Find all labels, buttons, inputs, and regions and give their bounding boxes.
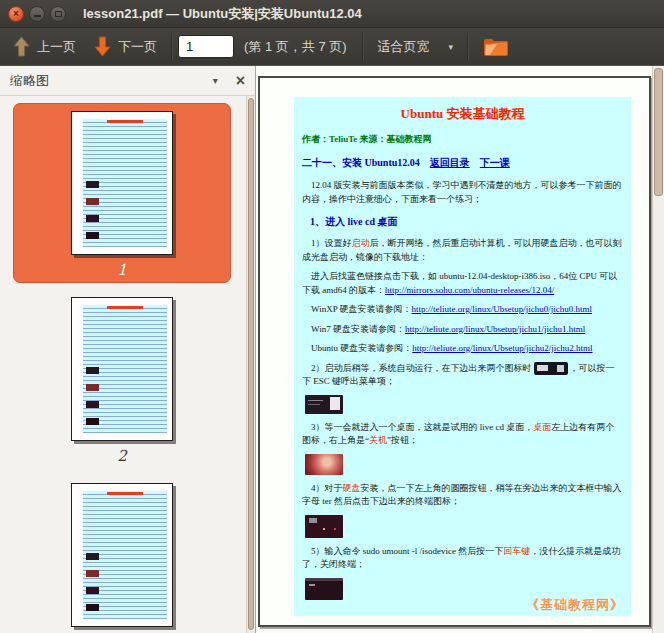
- vertical-scrollbar-thumb[interactable]: [654, 68, 663, 196]
- document-viewer: Ubuntu 安装基础教程作者：TeliuTe 来源：基础教程网二十一、安装 U…: [256, 66, 664, 633]
- toolbar: 上一页 下一页 (第 1 页，共 7 页) 适合页宽 ▾: [0, 28, 664, 66]
- thumbnail-page-number: 2: [117, 447, 127, 465]
- toolbar-separator: [467, 33, 469, 60]
- doc-para: WinXP 硬盘安装请参阅：http://teliute.org/linux/U…: [302, 303, 623, 317]
- thumbnail-preview: [83, 119, 167, 247]
- maximize-button[interactable]: [50, 6, 66, 22]
- closed-terminal-screenshot: [305, 578, 343, 600]
- thumbnail-preview-images: [86, 553, 99, 560]
- doc-text: Win7 硬盘安装请参阅：: [302, 324, 405, 334]
- sidebar-scrollbar[interactable]: [246, 96, 255, 633]
- doc-para: Win7 硬盘安装请参阅：http://teliute.org/linux/Ub…: [302, 323, 623, 337]
- previous-page-button[interactable]: 上一页: [4, 31, 85, 62]
- boot-icons-image: [534, 362, 568, 375]
- doc-para: Ubuntu 硬盘安装请参阅：http://teliute.org/linux/…: [302, 342, 623, 356]
- down-arrow-icon: [94, 36, 111, 57]
- doc-text: 1）设置好: [302, 238, 352, 248]
- next-page-label: 下一页: [118, 38, 157, 56]
- open-file-button[interactable]: [474, 31, 518, 62]
- doc-link[interactable]: 返回目录: [430, 157, 470, 168]
- doc-text: 二十一、安装 Ubuntu12.04: [302, 157, 420, 168]
- sidebar-header: 缩略图 ▾ ×: [0, 66, 255, 96]
- doc-text: 回车键: [503, 546, 530, 556]
- main-area: 缩略图 ▾ × 123 Ubuntu 安装基础教程作者：TeliuTe 来源：基…: [0, 66, 664, 633]
- page-content: Ubuntu 安装基础教程作者：TeliuTe 来源：基础教程网二十一、安装 U…: [294, 97, 631, 616]
- thumbnail-page-2[interactable]: 2: [13, 289, 231, 469]
- doc-para: 2）启动后稍等，系统自动运行，在下边出来两个图标时，可以按一下 ESC 键呼出菜…: [302, 362, 623, 389]
- vertical-scrollbar[interactable]: [652, 66, 664, 633]
- previous-page-label: 上一页: [37, 38, 76, 56]
- doc-text: 关机: [369, 435, 387, 445]
- thumbnail-preview: [83, 305, 167, 433]
- thumbnail-page-3[interactable]: 3: [13, 475, 231, 633]
- minimize-icon: [34, 15, 41, 17]
- doc-text: ”按钮；: [387, 435, 418, 445]
- folder-icon: [483, 36, 509, 57]
- minimize-button[interactable]: [29, 6, 45, 22]
- doc-text: [470, 157, 480, 168]
- boot-menu-screenshot: [305, 395, 343, 414]
- sidebar-scrollbar-thumb[interactable]: [248, 98, 254, 630]
- thumbnail-preview-images: [86, 181, 99, 188]
- page-count-status: (第 1 页，共 7 页): [244, 38, 347, 56]
- doc-para: 3）等一会就进入一个桌面，这就是试用的 live cd 桌面，桌面左上边有有两个…: [302, 421, 623, 448]
- thumbnails-sidebar: 缩略图 ▾ × 123: [0, 66, 256, 633]
- sidebar-dropdown-icon[interactable]: ▾: [213, 75, 218, 86]
- pdf-page: Ubuntu 安装基础教程作者：TeliuTe 来源：基础教程网二十一、安装 U…: [258, 76, 651, 627]
- thumbnail-image[interactable]: [71, 483, 173, 627]
- doc-link[interactable]: http://teliute.org/linux/Ubsetup/jichu2/…: [412, 343, 592, 353]
- toolbar-separator: [171, 33, 173, 60]
- chevron-down-icon: ▾: [449, 42, 454, 52]
- doc-section: 二十一、安装 Ubuntu12.04 返回目录 下一课: [302, 155, 623, 170]
- doc-text: 3）等一会就进入一个桌面，这就是试用的 live cd 桌面，: [302, 422, 533, 432]
- page-number-input[interactable]: [178, 35, 234, 58]
- zoom-mode-select[interactable]: 适合页宽 ▾: [369, 33, 463, 61]
- doc-para: 5）输入命令 sudo umount -l /isodevice 然后按一下回车…: [302, 545, 623, 572]
- thumbnail-image[interactable]: [71, 297, 173, 441]
- sidebar-title[interactable]: 缩略图: [10, 72, 49, 90]
- doc-para: 进入后找蓝色链接点击下载，如 ubuntu-12.04-desktop-i386…: [302, 270, 623, 297]
- doc-link[interactable]: 下一课: [480, 157, 510, 168]
- doc-title: Ubuntu 安装基础教程: [302, 104, 623, 124]
- doc-text: 启动: [352, 238, 370, 248]
- close-icon: ×: [13, 9, 19, 19]
- window-title: lesson21.pdf — Ubuntu安装|安装Ubuntu12.04: [83, 5, 362, 23]
- doc-para: 12.04 版安装与前面版本类似，学习中遇到不清楚的地方，可以参考一下前面的内容…: [302, 179, 623, 206]
- doc-text: 4）对于: [302, 483, 343, 493]
- doc-text: WinXP 硬盘安装请参阅：: [302, 304, 412, 314]
- thumbnail-preview-images: [86, 367, 99, 374]
- doc-text: 5）输入命令 sudo umount -l /isodevice 然后按一下: [302, 546, 503, 556]
- thumbnail-list: 123: [0, 96, 255, 633]
- thumbnail-page-number: 1: [117, 261, 127, 279]
- toolbar-separator: [362, 33, 364, 60]
- doc-link[interactable]: http://teliute.org/linux/Ubsetup/jichu0/…: [412, 304, 592, 314]
- doc-subhead: 1、进入 live cd 桌面: [302, 214, 623, 229]
- site-watermark: 《基础教程网》: [526, 595, 624, 615]
- doc-text: 桌面: [533, 422, 551, 432]
- doc-para: 4）对于硬盘安装，点一下左上角的圆圈按钮，稍等在旁边出来的文本框中输入字母 te…: [302, 482, 623, 509]
- doc-link[interactable]: http://mirrors.sohu.com/ubuntu-releases/…: [385, 285, 554, 295]
- doc-text: Ubuntu 硬盘安装请参阅：: [302, 343, 412, 353]
- thumbnail-preview: [83, 491, 167, 619]
- sidebar-close-icon[interactable]: ×: [236, 73, 245, 89]
- close-button[interactable]: ×: [8, 6, 24, 22]
- thumbnail-image[interactable]: [71, 111, 173, 255]
- doc-byline: 作者：TeliuTe 来源：基础教程网: [302, 133, 623, 147]
- maximize-icon: [55, 11, 62, 17]
- thumbnail-page-1[interactable]: 1: [13, 103, 231, 283]
- terminal-screenshot: [305, 515, 343, 538]
- doc-text: 12.04 版安装与前面版本类似，学习中遇到不清楚的地方，可以参考一下前面的内容…: [302, 180, 622, 204]
- up-arrow-icon: [13, 36, 30, 57]
- doc-text: 2）启动后稍等，系统自动运行，在下边出来两个图标时: [302, 363, 532, 373]
- doc-text: 硬盘: [343, 483, 361, 493]
- doc-link[interactable]: http://teliute.org/linux/Ubsetup/jichu1/…: [405, 324, 585, 334]
- doc-text: [420, 157, 430, 168]
- doc-para: 1）设置好启动后，断开网络，然后重启动计算机，可以用硬盘启动，也可以刻成光盘启动…: [302, 237, 623, 264]
- next-page-button[interactable]: 下一页: [85, 31, 166, 62]
- zoom-mode-label: 适合页宽: [378, 38, 430, 56]
- titlebar: × lesson21.pdf — Ubuntu安装|安装Ubuntu12.04: [0, 0, 664, 28]
- live-desktop-screenshot: [305, 454, 343, 475]
- pdf-viewer-window: × lesson21.pdf — Ubuntu安装|安装Ubuntu12.04 …: [0, 0, 664, 633]
